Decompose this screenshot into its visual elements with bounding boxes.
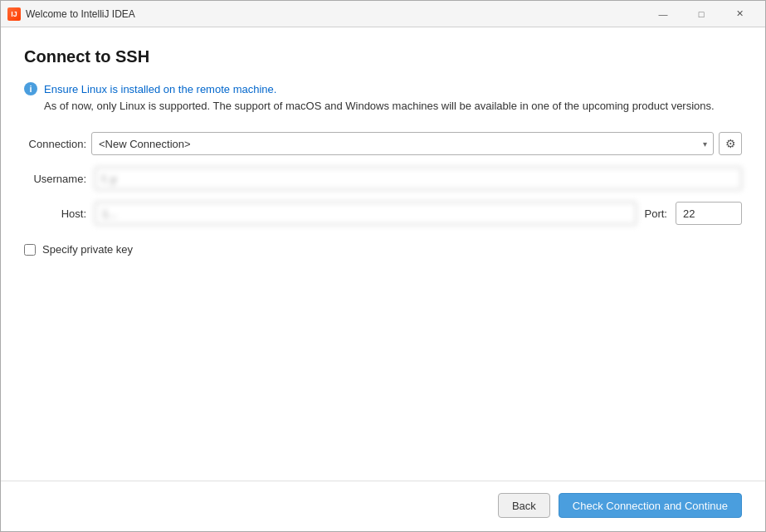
window-controls: — □ ✕ xyxy=(644,1,759,27)
specify-private-key-checkbox[interactable] xyxy=(24,244,36,256)
app-icon: IJ xyxy=(7,7,21,21)
host-label: Host: xyxy=(24,207,86,220)
gear-icon: ⚙ xyxy=(725,137,736,150)
check-connection-button[interactable]: Check Connection and Continue xyxy=(559,493,742,518)
titlebar: IJ Welcome to IntelliJ IDEA — □ ✕ xyxy=(1,1,765,27)
host-input[interactable] xyxy=(95,202,637,225)
info-line1: Ensure Linux is installed on the remote … xyxy=(44,81,715,98)
info-icon: i xyxy=(24,82,37,95)
page-title: Connect to SSH xyxy=(24,47,742,66)
minimize-button[interactable]: — xyxy=(644,1,682,27)
info-line2: As of now, only Linux is supported. The … xyxy=(44,98,715,115)
form-section: Connection: <New Connection> ▾ ⚙ Usernam… xyxy=(24,132,742,256)
private-key-row: Specify private key xyxy=(24,243,742,256)
username-input[interactable] xyxy=(95,167,742,190)
connection-row: Connection: <New Connection> ▾ ⚙ xyxy=(24,132,742,155)
main-content: Connect to SSH i Ensure Linux is install… xyxy=(1,27,765,481)
window-title: Welcome to IntelliJ IDEA xyxy=(26,8,644,20)
info-box: i Ensure Linux is installed on the remot… xyxy=(24,81,742,114)
port-label: Port: xyxy=(645,207,667,220)
username-row: Username: xyxy=(24,167,742,190)
close-button[interactable]: ✕ xyxy=(720,1,759,27)
specify-private-key-label[interactable]: Specify private key xyxy=(42,243,133,256)
username-label: Username: xyxy=(24,173,86,185)
connection-select[interactable]: <New Connection> xyxy=(91,132,714,155)
maximize-button[interactable]: □ xyxy=(682,1,720,27)
connection-select-wrapper: <New Connection> ▾ xyxy=(91,132,714,155)
main-window: IJ Welcome to IntelliJ IDEA — □ ✕ Connec… xyxy=(0,0,766,532)
info-text: Ensure Linux is installed on the remote … xyxy=(44,81,715,114)
port-input[interactable] xyxy=(676,202,742,225)
host-row: Host: Port: xyxy=(24,202,742,225)
gear-button[interactable]: ⚙ xyxy=(719,132,742,155)
back-button[interactable]: Back xyxy=(498,493,550,518)
connection-label: Connection: xyxy=(24,138,86,150)
footer: Back Check Connection and Continue xyxy=(1,481,765,531)
